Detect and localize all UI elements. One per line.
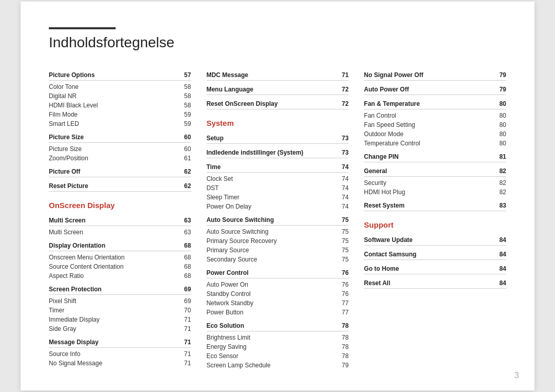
toc-item-page: 80 [499, 121, 506, 128]
toc-item-label: No Signal Message [49, 360, 179, 367]
group-label-text: Time [207, 163, 221, 171]
plain-item-label: No Signal Power Off [364, 71, 423, 79]
toc-plain-item: MDC Message71 [207, 71, 349, 81]
plain-item-page: 84 [499, 236, 506, 244]
toc-item-label: Smart LED [49, 120, 179, 127]
page-number: 3 [514, 371, 519, 380]
plain-item-label: Change PIN [364, 153, 398, 160]
title-bar [49, 27, 116, 29]
toc-item: Aspect Ratio68 [49, 271, 191, 281]
toc-item-page: 70 [184, 307, 191, 314]
toc-item: Side Gray71 [49, 324, 191, 333]
toc-group-label: Power Control76 [207, 269, 349, 278]
toc-plain-item: Auto Power Off79 [364, 86, 506, 95]
toc-item: Energy Saving78 [207, 342, 349, 351]
toc-item: DST74 [207, 183, 349, 193]
toc-item-label: Primary Source Recovery [207, 237, 337, 245]
toc-item-page: 78 [342, 352, 348, 360]
toc-item: Secondary Source75 [207, 255, 349, 264]
toc-item-label: Source Content Orientation [49, 263, 179, 270]
group-label-page: 71 [184, 339, 191, 346]
toc-item-page: 80 [499, 140, 506, 147]
group-label-page: 74 [342, 163, 348, 171]
toc-item: Picture Size60 [49, 144, 191, 154]
group-label-text: Power Control [207, 269, 249, 276]
toc-plain-item: Indledende indstillinger (System)73 [207, 149, 349, 158]
toc-item-label: Zoom/Position [49, 155, 179, 162]
toc-group-label: Multi Screen63 [49, 217, 191, 226]
plain-item-page: 83 [499, 202, 506, 209]
toc-item-page: 58 [184, 102, 191, 109]
group-label-text: Reset Picture [49, 182, 88, 190]
toc-item-page: 74 [342, 175, 348, 182]
toc-item-label: DST [207, 184, 337, 192]
toc-item: Security82 [364, 178, 506, 188]
group-label-text: Picture Options [49, 71, 95, 79]
group-label-text: Display Orientation [49, 242, 105, 249]
plain-item-page: 79 [499, 71, 506, 79]
group-label-page: 60 [184, 134, 191, 141]
toc-item: Temperature Control80 [364, 139, 506, 148]
toc-item-label: Brightness Limit [207, 334, 337, 341]
toc-item: Source Content Orientation68 [49, 262, 191, 271]
plain-item-page: 73 [342, 149, 348, 156]
toc-item-page: 75 [342, 237, 348, 245]
section-heading: System [207, 119, 349, 129]
col-2: MDC Message71Menu Language72Reset OnScre… [207, 66, 364, 370]
group-label-text: Screen Protection [49, 286, 102, 293]
toc-group-label: Fan & Temperature80 [364, 100, 506, 109]
group-label-page: 63 [184, 217, 191, 224]
plain-item-label: Contact Samsung [364, 251, 416, 258]
toc-group-label: Reset Picture62 [49, 182, 191, 192]
section-heading: Support [364, 220, 506, 231]
group-label-text: Auto Source Switching [207, 216, 274, 223]
toc-item-page: 71 [184, 325, 191, 332]
toc-item-page: 63 [184, 229, 191, 236]
toc-item-label: Temperature Control [364, 140, 494, 147]
toc-item-label: Auto Power On [207, 281, 337, 288]
toc-item: Fan Control80 [364, 111, 506, 120]
toc-item-page: 60 [184, 145, 191, 153]
toc-item-page: 78 [342, 334, 348, 341]
toc-plain-item: Contact Samsung84 [364, 251, 506, 260]
plain-item-page: 81 [499, 153, 506, 160]
group-label-text: General [364, 167, 387, 175]
toc-item: Film Mode59 [49, 110, 191, 119]
toc-item-label: Film Mode [49, 111, 179, 118]
toc-item-label: Source Info [49, 350, 179, 358]
toc-item-page: 80 [499, 130, 506, 138]
toc-item-label: Side Gray [49, 325, 179, 332]
section-heading: OnScreen Display [49, 201, 191, 212]
toc-item-page: 61 [184, 155, 191, 162]
toc-plain-item: Reset All84 [364, 279, 506, 289]
toc-item-label: HDMI Hot Plug [364, 189, 494, 196]
toc-item: Color Tone58 [49, 82, 191, 91]
plain-item-page: 72 [342, 100, 348, 107]
toc-group-label: Picture Options57 [49, 71, 191, 81]
toc-plain-item: No Signal Power Off79 [364, 71, 506, 81]
group-label-page: 68 [184, 242, 191, 249]
toc-item-page: 75 [342, 256, 348, 263]
toc-item: Sleep Timer74 [207, 193, 349, 202]
toc-columns: Picture Options57Color Tone58Digital NR5… [49, 66, 506, 370]
toc-item: Digital NR58 [49, 91, 191, 101]
toc-item-label: Multi Screen [49, 229, 179, 236]
toc-item-page: 76 [342, 281, 348, 288]
toc-item-label: Power Button [207, 309, 337, 316]
plain-item-label: Menu Language [207, 86, 253, 93]
toc-item-label: HDMI Black Level [49, 102, 179, 109]
toc-group-label: Picture Size60 [49, 134, 191, 143]
toc-item-label: Clock Set [207, 175, 337, 182]
toc-item: Immediate Display71 [49, 315, 191, 324]
toc-item: Onscreen Menu Orientation68 [49, 253, 191, 262]
toc-group-label: Display Orientation68 [49, 242, 191, 251]
group-label-page: 62 [184, 168, 191, 175]
toc-item-label: Pixel Shift [49, 297, 179, 305]
toc-item-label: Color Tone [49, 83, 179, 90]
toc-item-label: Onscreen Menu Orientation [49, 254, 179, 261]
toc-plain-item: Software Update84 [364, 236, 506, 246]
toc-group-label: Auto Source Switching75 [207, 216, 349, 226]
toc-plain-item: Setup73 [207, 135, 349, 144]
toc-item: Power Button77 [207, 308, 349, 317]
toc-item-label: Energy Saving [207, 343, 337, 350]
